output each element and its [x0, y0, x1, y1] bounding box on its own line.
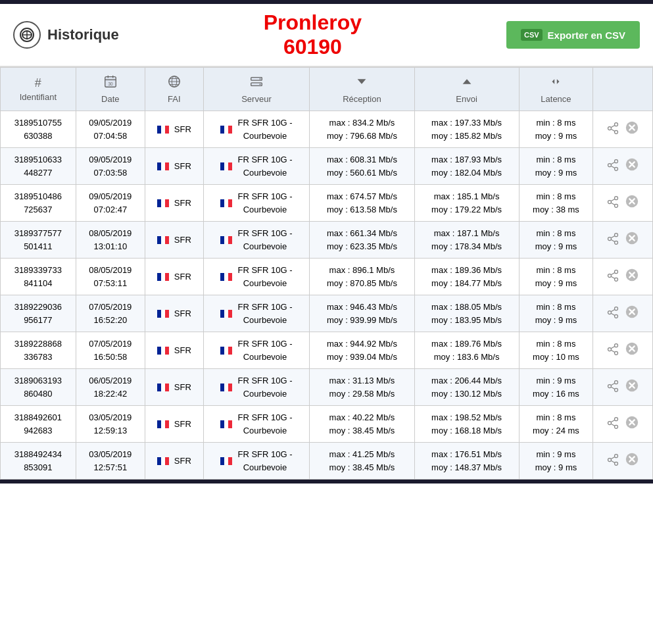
svg-line-72 — [611, 350, 615, 352]
table-header-row: # Identifiant 30 Date — [1, 68, 653, 111]
svg-point-30 — [608, 164, 612, 167]
row-actions — [593, 443, 653, 480]
row-envoi: max : 185.1 Mb/s moy : 179.22 Mb/s — [414, 185, 519, 222]
svg-point-94 — [608, 458, 612, 462]
flag-fr — [157, 384, 169, 391]
row-latence: min : 8 ms moy : 10 ms — [519, 332, 593, 369]
row-id: 3189339733 841104 — [1, 259, 76, 295]
table-row: 3189339733 84110408/05/2019 07:53:11SFRF… — [1, 259, 653, 295]
share-button[interactable] — [605, 341, 621, 360]
svg-line-56 — [611, 276, 615, 278]
delete-button[interactable] — [623, 266, 641, 287]
row-fai: SFR — [145, 443, 204, 480]
fai-label: SFR — [174, 344, 191, 357]
row-reception: max : 661.34 Mb/s moy : 623.35 Mb/s — [310, 222, 414, 259]
col-header-actions — [593, 68, 653, 111]
flag-fr — [157, 457, 169, 465]
row-reception: max : 31.13 Mb/s moy : 29.58 Mb/s — [310, 369, 414, 406]
serveur-label: FR SFR 10G - Courbevoie — [237, 190, 292, 216]
row-id: 3189510755 630388 — [1, 111, 76, 148]
row-latence: min : 8 ms moy : 9 ms — [519, 222, 593, 259]
delete-button[interactable] — [623, 377, 641, 397]
table-row: 3189510755 63038809/05/2019 07:04:58SFRF… — [1, 111, 653, 148]
row-fai: SFR — [145, 222, 204, 259]
row-serveur: FR SFR 10G - Courbevoie — [203, 443, 310, 480]
row-reception: max : 946.43 Mb/s moy : 939.99 Mb/s — [310, 295, 414, 332]
svg-point-38 — [608, 201, 612, 204]
svg-line-48 — [611, 239, 615, 241]
row-actions — [593, 222, 653, 259]
fai-label: SFR — [174, 197, 191, 210]
svg-point-16 — [260, 84, 261, 85]
row-reception: max : 834.2 Mb/s moy : 796.68 Mb/s — [310, 111, 414, 148]
share-button[interactable] — [605, 231, 621, 250]
serveur-label: FR SFR 10G - Courbevoie — [237, 227, 292, 253]
export-label: Exporter en CSV — [548, 30, 625, 41]
flag-fr — [220, 384, 232, 391]
row-envoi: max : 189.36 Mb/s moy : 184.77 Mb/s — [414, 259, 519, 295]
svg-line-49 — [611, 235, 615, 237]
share-button[interactable] — [605, 194, 621, 213]
row-latence: min : 8 ms moy : 9 ms — [519, 111, 593, 148]
share-button[interactable] — [605, 305, 621, 324]
svg-point-29 — [615, 160, 618, 163]
hash-icon: # — [6, 76, 70, 90]
share-button[interactable] — [605, 415, 621, 434]
row-date: 03/05/2019 12:59:13 — [76, 406, 145, 443]
col-header-serveur: Serveur — [203, 68, 310, 111]
flag-fr — [220, 420, 232, 428]
share-button[interactable] — [605, 268, 621, 287]
svg-point-45 — [615, 234, 618, 237]
delete-button[interactable] — [623, 303, 641, 324]
row-actions — [593, 369, 653, 406]
flag-fr — [157, 199, 169, 207]
header-center: Pronleroy 60190 — [264, 11, 362, 59]
delete-button[interactable] — [623, 230, 641, 250]
svg-point-46 — [608, 237, 612, 241]
fai-label: SFR — [174, 418, 191, 431]
col-header-latence: Latence — [519, 68, 593, 111]
svg-line-32 — [611, 166, 615, 168]
svg-point-79 — [615, 388, 618, 391]
delete-button[interactable] — [623, 414, 641, 434]
flag-fr — [220, 347, 232, 355]
svg-text:30: 30 — [108, 82, 113, 86]
share-button[interactable] — [605, 157, 621, 176]
col-header-reception: Réception — [310, 68, 414, 111]
flag-fr — [220, 457, 232, 465]
delete-button[interactable] — [623, 156, 641, 176]
row-serveur: FR SFR 10G - Courbevoie — [203, 295, 310, 332]
delete-button[interactable] — [623, 193, 641, 213]
svg-point-71 — [615, 351, 618, 355]
export-csv-button[interactable]: CSV Exporter en CSV — [506, 21, 640, 49]
row-envoi: max : 206.44 Mb/s moy : 130.12 Mb/s — [414, 369, 519, 406]
fai-label: SFR — [174, 455, 191, 468]
row-reception: max : 41.25 Mb/s moy : 38.45 Mb/s — [310, 443, 414, 480]
row-envoi: max : 187.93 Mb/s moy : 182.04 Mb/s — [414, 148, 519, 185]
svg-point-77 — [615, 381, 618, 384]
svg-line-25 — [611, 125, 615, 127]
share-button[interactable] — [605, 452, 621, 471]
row-actions — [593, 295, 653, 332]
flag-fr — [220, 162, 232, 170]
title-city: Pronleroy — [264, 11, 362, 35]
svg-point-86 — [608, 422, 612, 425]
svg-point-21 — [615, 123, 618, 126]
row-latence: min : 8 ms moy : 9 ms — [519, 148, 593, 185]
row-id: 3189229036 956177 — [1, 295, 76, 332]
flag-fr — [220, 310, 232, 318]
row-serveur: FR SFR 10G - Courbevoie — [203, 406, 310, 443]
share-button[interactable] — [605, 120, 621, 139]
delete-button[interactable] — [623, 451, 641, 471]
delete-button[interactable] — [623, 340, 641, 360]
row-date: 08/05/2019 07:53:11 — [76, 259, 145, 295]
share-button[interactable] — [605, 378, 621, 397]
svg-point-22 — [608, 127, 612, 130]
svg-line-89 — [611, 420, 615, 422]
history-table: # Identifiant 30 Date — [0, 67, 653, 480]
row-fai: SFR — [145, 259, 204, 295]
table-row: 3189510633 44827709/05/2019 07:03:58SFRF… — [1, 148, 653, 185]
row-id: 3189063193 860480 — [1, 369, 76, 406]
delete-button[interactable] — [623, 119, 641, 139]
row-date: 07/05/2019 16:50:58 — [76, 332, 145, 369]
